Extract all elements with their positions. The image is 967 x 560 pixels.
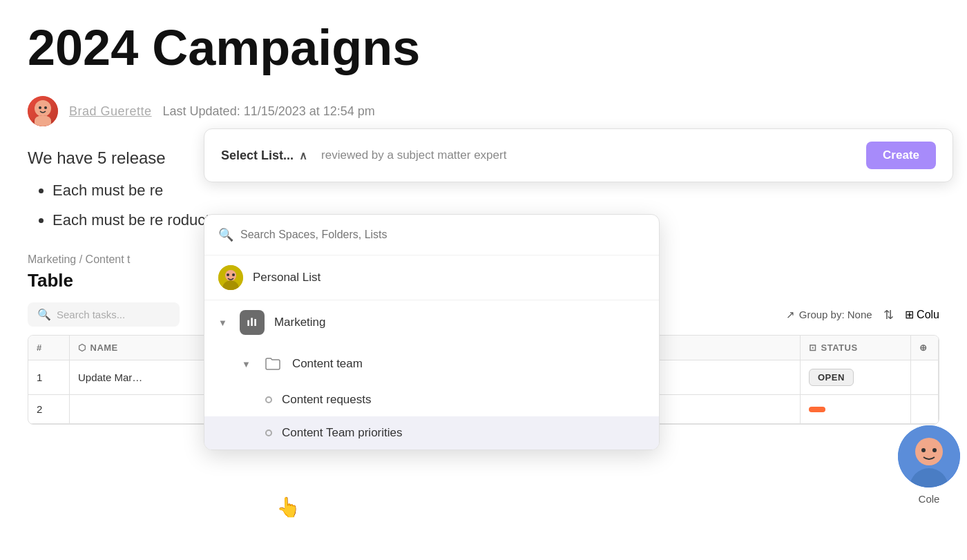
avatar-image <box>28 96 58 126</box>
personal-list-label: Personal List <box>253 271 320 284</box>
dropdown-item-content-requests[interactable]: Content requests <box>204 383 659 416</box>
chevron-up-icon: ∧ <box>299 149 307 162</box>
status-badge-open: OPEN <box>809 369 854 386</box>
bullet-item-1: Each must be re <box>52 179 939 202</box>
group-by[interactable]: ↗ Group by: None <box>786 309 872 321</box>
dropdown-item-marketing[interactable]: ▼ Marketing <box>204 300 659 345</box>
cole-avatar-container: Cole <box>891 425 967 505</box>
col-status: ⊡ STATUS <box>801 336 911 360</box>
svg-point-0 <box>35 100 51 117</box>
sort-icon[interactable]: ⇅ <box>883 307 894 322</box>
dropdown-item-content-team[interactable]: ▼ Content team <box>204 345 659 383</box>
svg-rect-16 <box>254 319 256 326</box>
create-button[interactable]: Create <box>866 142 936 169</box>
status-badge-orange <box>809 407 825 412</box>
columns-label[interactable]: ⊞ Colu <box>905 308 939 321</box>
page-title: 2024 Campaigns <box>28 21 939 75</box>
name-icon: ⬡ <box>78 342 86 353</box>
dropdown-item-personal[interactable]: Personal List <box>204 255 659 300</box>
search-tasks-placeholder: Search tasks... <box>57 309 125 320</box>
toolbar-right: ↗ Group by: None ⇅ ⊞ Colu <box>786 307 939 322</box>
cole-name: Cole <box>891 493 967 505</box>
svg-point-2 <box>39 106 41 109</box>
content-team-chevron: ▼ <box>242 359 251 369</box>
select-list-bar: Select List... ∧ reviewed by a subject m… <box>204 128 953 182</box>
dropdown-search-container: 🔍 <box>204 215 659 255</box>
svg-point-5 <box>915 438 943 465</box>
list-dot-2 <box>265 429 272 436</box>
dropdown-search-input[interactable] <box>240 229 645 241</box>
svg-point-3 <box>44 106 47 109</box>
col-add[interactable]: ⊕ <box>911 336 939 360</box>
cursor-hand: 👆 <box>276 496 300 519</box>
svg-point-1 <box>32 115 54 126</box>
personal-avatar <box>218 265 243 290</box>
svg-point-6 <box>921 448 926 452</box>
marketing-icon <box>240 310 265 335</box>
row-2-status <box>801 395 911 423</box>
search-tasks-icon: 🔍 <box>37 308 51 321</box>
last-updated: Last Updated: 11/15/2023 at 12:54 pm <box>163 104 375 119</box>
dropdown-list: Personal List ▼ Marketing ▼ Co <box>204 255 659 450</box>
status-icon: ⊡ <box>809 342 817 353</box>
group-by-icon: ↗ <box>786 309 795 321</box>
content-team-label: Content team <box>292 357 363 371</box>
row-1-extra <box>911 360 939 394</box>
meta-row: Brad Guerette Last Updated: 11/15/2023 a… <box>28 96 939 126</box>
marketing-chevron: ▼ <box>218 318 227 328</box>
svg-point-7 <box>932 448 937 452</box>
row-2-extra <box>911 395 939 423</box>
svg-point-12 <box>232 273 235 276</box>
row-2-num: 2 <box>28 395 70 423</box>
cole-avatar <box>898 425 960 487</box>
content-requests-label: Content requests <box>282 393 371 407</box>
svg-point-11 <box>227 273 229 276</box>
content-team-priorities-label: Content Team priorities <box>282 426 403 440</box>
reviewed-text: reviewed by a subject matter expert <box>321 148 852 162</box>
dropdown-item-content-team-priorities[interactable]: Content Team priorities <box>204 416 659 450</box>
author-avatar <box>28 96 58 126</box>
author-name: Brad Guerette <box>69 104 152 119</box>
folder-icon <box>263 354 283 374</box>
svg-rect-15 <box>251 318 253 326</box>
marketing-label: Marketing <box>274 316 326 329</box>
svg-rect-14 <box>247 320 249 326</box>
row-1-status: OPEN <box>801 360 911 394</box>
select-list-button[interactable]: Select List... ∧ <box>221 148 307 163</box>
dropdown-panel: 🔍 Personal List ▼ <box>204 214 660 450</box>
search-icon: 🔍 <box>218 227 233 242</box>
row-1-num: 1 <box>28 360 70 394</box>
search-tasks-container[interactable]: 🔍 Search tasks... <box>28 302 180 327</box>
col-num: # <box>28 336 70 360</box>
list-dot-1 <box>265 396 272 403</box>
